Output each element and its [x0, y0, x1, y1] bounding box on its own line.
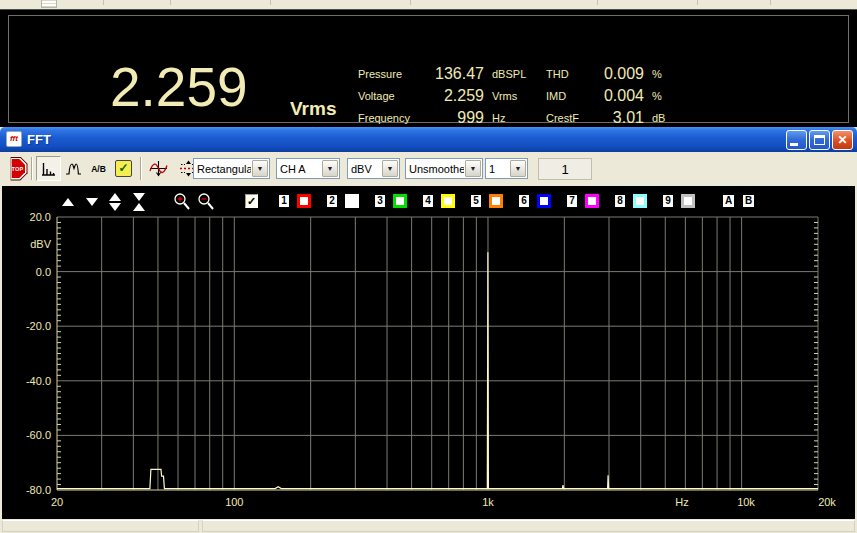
toolbar-separator: [31, 157, 33, 180]
meter-label: CrestF: [546, 107, 594, 129]
y-axis-tick-label: -20.0: [26, 320, 51, 332]
channel-combo[interactable]: CH A▼: [276, 158, 340, 179]
meter-value: 0.009: [594, 63, 652, 85]
y-axis-tick-label: 0.0: [36, 266, 51, 278]
spectrum-mode-button[interactable]: [36, 156, 61, 181]
meter-label: Frequency: [358, 107, 420, 129]
meter-value: 999: [420, 107, 492, 129]
smoothing-combo-value: Unsmoothed: [406, 163, 464, 175]
y-axis-tick-label: -80.0: [26, 484, 51, 496]
status-pane-left: [2, 520, 199, 532]
magnitude-combo[interactable]: dBV▼: [347, 158, 400, 179]
statusbar: [0, 519, 857, 533]
x-axis-unit-label: Hz: [675, 496, 688, 508]
smoothed-curve-icon: [65, 160, 82, 177]
smoothing-combo[interactable]: Unsmoothed▼: [405, 158, 483, 179]
averaging-combo[interactable]: 1▼: [485, 158, 528, 179]
x-axis-tick-label: 10k: [737, 496, 755, 508]
curve-mode-button[interactable]: [61, 156, 86, 181]
background-toolbar-separator: [697, 0, 698, 5]
chevron-down-icon[interactable]: ▼: [382, 160, 398, 177]
fft-chart-area: ✓ 123456789AB 20.00.0-20.0-40.0-60.0-80.…: [2, 186, 855, 519]
fft-window: fft FFT ✕ STOP: [0, 127, 857, 533]
status-pane-right: [202, 520, 855, 532]
meter-value: 3.01: [594, 107, 652, 129]
meter-unit: Vrms: [492, 85, 546, 107]
minimize-icon: [790, 143, 798, 146]
spectrum-bars-icon: [40, 160, 57, 177]
y-axis-unit-label: dBV: [30, 238, 51, 250]
window-function-combo[interactable]: Rectangular▼: [193, 158, 270, 179]
window-function-combo-value: Rectangular: [194, 163, 251, 175]
x-axis-tick-label: 1k: [482, 496, 494, 508]
background-window-edge: [0, 0, 857, 9]
spectrum-trace: [57, 252, 818, 488]
fft-toolbar: STOP A/B ✓: [0, 152, 857, 186]
background-toolbar-separator: [270, 0, 271, 5]
ab-compare-button[interactable]: A/B: [86, 156, 111, 181]
background-toolbar-separator: [410, 0, 411, 5]
toolbar-separator: [140, 157, 142, 180]
chevron-down-icon[interactable]: ▼: [465, 160, 481, 177]
background-toolbar-separator: [770, 0, 771, 5]
meter-value: 0.004: [594, 85, 652, 107]
chevron-down-icon[interactable]: ▼: [510, 160, 526, 177]
background-toolbar-separator: [597, 0, 598, 5]
meter-unit: Hz: [492, 107, 546, 129]
chevron-down-icon[interactable]: ▼: [252, 160, 268, 177]
checklist-icon: ✓: [115, 160, 132, 177]
magnitude-combo-value: dBV: [348, 163, 381, 175]
x-axis-tick-label: 100: [225, 496, 243, 508]
close-button[interactable]: ✕: [832, 130, 853, 150]
setup-button[interactable]: ✓: [111, 156, 136, 181]
x-axis-tick-label: 20: [51, 496, 63, 508]
meter-label: THD: [546, 63, 594, 85]
meter-unit: dBSPL: [492, 63, 546, 85]
y-axis-tick-label: 20.0: [30, 211, 51, 223]
stop-icon: STOP: [4, 157, 28, 181]
fft-plot[interactable]: 20.00.0-20.0-40.0-60.0-80.0dBV201001k10k…: [2, 186, 855, 519]
time-record-button[interactable]: [145, 156, 172, 181]
background-toolbar-button: [41, 0, 57, 8]
meter-value: 136.47: [420, 63, 492, 85]
meter-value: 2.259: [420, 85, 492, 107]
y-axis-tick-label: -40.0: [26, 375, 51, 387]
y-axis-tick-label: -60.0: [26, 429, 51, 441]
chevron-down-icon[interactable]: ▼: [322, 160, 338, 177]
meter-label: Pressure: [358, 63, 420, 85]
meter-label: Voltage: [358, 85, 420, 107]
fft-window-title: FFT: [27, 132, 51, 147]
channel-combo-value: CH A: [277, 163, 321, 175]
meter-panel: 2.259 Vrms Pressure136.47dBSPLTHD0.009%V…: [0, 9, 857, 127]
meter-readings: Pressure136.47dBSPLTHD0.009%Voltage2.259…: [358, 63, 678, 129]
averaging-combo-value: 1: [486, 163, 509, 175]
fft-titlebar[interactable]: fft FFT ✕: [0, 127, 857, 152]
maximize-button[interactable]: [809, 130, 830, 150]
maximize-icon: [814, 135, 825, 145]
x-axis-tick-label: 20k: [818, 496, 836, 508]
fft-window-icon: fft: [6, 131, 22, 147]
meter-unit: %: [652, 63, 678, 85]
meter-main-value: 2.259: [110, 60, 248, 115]
close-icon: ✕: [833, 132, 852, 149]
ab-compare-icon: A/B: [91, 164, 106, 174]
minimize-button[interactable]: [786, 130, 807, 150]
meter-unit: %: [652, 85, 678, 107]
average-counter: 1: [538, 158, 592, 180]
meter-unit: dB: [652, 107, 678, 129]
meter-main-unit: Vrms: [290, 98, 336, 120]
background-toolbar-separator: [103, 0, 104, 5]
background-toolbar-separator: [170, 0, 171, 5]
meter-label: IMD: [546, 85, 594, 107]
screen: 2.259 Vrms Pressure136.47dBSPLTHD0.009%V…: [0, 0, 857, 533]
time-record-icon: [149, 160, 168, 177]
stop-button[interactable]: STOP: [3, 156, 28, 181]
